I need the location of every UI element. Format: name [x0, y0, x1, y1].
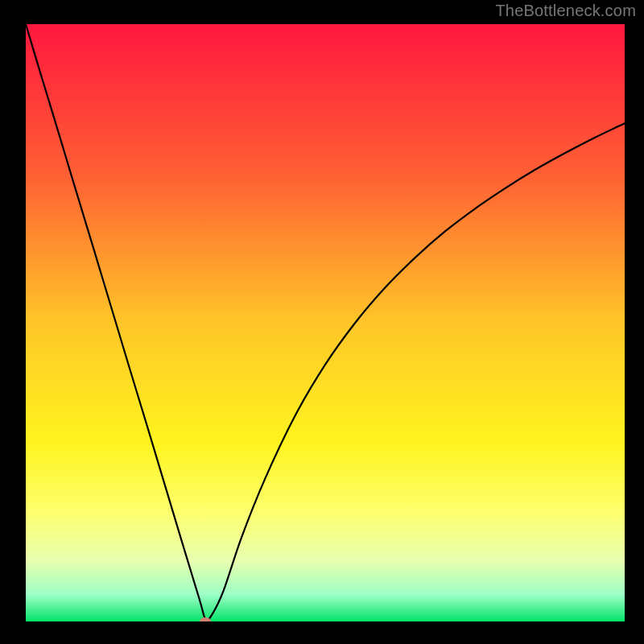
watermark-text: TheBottleneck.com — [495, 2, 636, 20]
plot-area — [26, 24, 625, 621]
bottleneck-chart — [26, 24, 625, 621]
chart-frame: TheBottleneck.com — [0, 0, 644, 644]
